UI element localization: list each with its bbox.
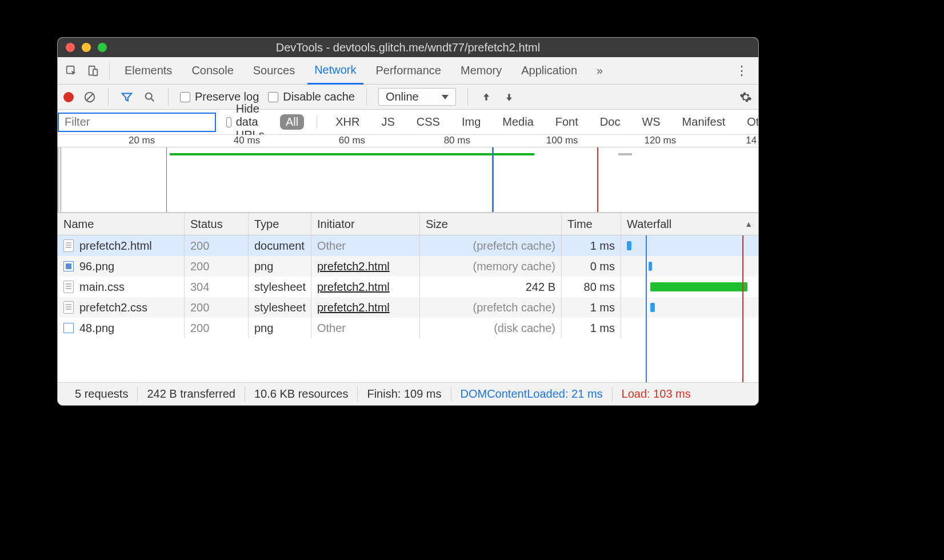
tab-more[interactable]: » bbox=[590, 57, 610, 85]
cell-waterfall bbox=[621, 318, 758, 338]
preserve-log-checkbox[interactable]: Preserve log bbox=[180, 90, 259, 103]
filter-type-js[interactable]: JS bbox=[375, 114, 400, 130]
cell-name: main.css bbox=[58, 277, 185, 297]
cell-type: document bbox=[249, 235, 311, 256]
status-bar: 5 requests 242 B transferred 10.6 KB res… bbox=[58, 382, 758, 405]
filter-type-ws[interactable]: WS bbox=[636, 114, 666, 130]
tick-label: 40 ms bbox=[234, 135, 260, 146]
record-button[interactable] bbox=[63, 92, 74, 102]
tab-network[interactable]: Network bbox=[307, 57, 363, 85]
separator bbox=[109, 62, 110, 79]
window-title: DevTools - devtools.glitch.me/wndt77/pre… bbox=[58, 41, 758, 54]
cell-initiator[interactable]: prefetch2.html bbox=[311, 277, 420, 297]
tab-sources[interactable]: Sources bbox=[246, 57, 302, 85]
waterfall-bar bbox=[627, 241, 631, 250]
dcl-line bbox=[646, 235, 647, 384]
cell-status: 200 bbox=[185, 297, 249, 318]
cell-time: 1 ms bbox=[562, 297, 621, 318]
maximize-window-button[interactable] bbox=[98, 43, 107, 52]
image-icon bbox=[63, 323, 74, 333]
cell-waterfall bbox=[621, 235, 758, 256]
type-filters: All XHR JS CSS Img Media Font Doc WS Man… bbox=[280, 114, 759, 130]
cell-time: 1 ms bbox=[562, 318, 621, 338]
column-time[interactable]: Time bbox=[562, 213, 621, 235]
load-line bbox=[742, 235, 743, 384]
throttling-select[interactable]: Online bbox=[378, 88, 456, 106]
table-row[interactable]: main.css304stylesheetprefetch2.html242 B… bbox=[58, 277, 758, 297]
table-row[interactable]: 48.png200pngOther(disk cache)1 ms bbox=[58, 318, 758, 338]
devtools-window: DevTools - devtools.glitch.me/wndt77/pre… bbox=[57, 37, 759, 406]
column-status[interactable]: Status bbox=[185, 213, 249, 235]
tick-label: 60 ms bbox=[339, 135, 365, 146]
cell-type: png bbox=[249, 318, 311, 338]
cell-time: 0 ms bbox=[562, 256, 621, 277]
filter-type-img[interactable]: Img bbox=[456, 114, 486, 130]
search-icon[interactable] bbox=[143, 90, 157, 104]
cell-initiator[interactable]: prefetch2.html bbox=[311, 256, 420, 277]
table-row[interactable]: 96.png200pngprefetch2.html(memory cache)… bbox=[58, 256, 758, 277]
tick-label: 100 ms bbox=[546, 135, 578, 146]
column-size[interactable]: Size bbox=[420, 213, 562, 235]
waterfall-bar bbox=[650, 282, 747, 291]
status-transferred: 242 B transferred bbox=[138, 387, 245, 401]
device-toolbar-icon[interactable] bbox=[85, 63, 101, 79]
cell-name: prefetch2.html bbox=[58, 235, 185, 256]
waterfall-bar bbox=[649, 262, 652, 271]
filter-type-doc[interactable]: Doc bbox=[594, 114, 626, 130]
overview-handle-left[interactable] bbox=[58, 147, 61, 212]
tab-elements[interactable]: Elements bbox=[118, 57, 179, 85]
filter-type-font[interactable]: Font bbox=[550, 114, 584, 130]
tab-console[interactable]: Console bbox=[185, 57, 240, 85]
column-waterfall[interactable]: Waterfall ▲ bbox=[621, 213, 758, 235]
column-initiator[interactable]: Initiator bbox=[311, 213, 420, 235]
overview-marker bbox=[492, 147, 494, 212]
file-icon bbox=[63, 301, 74, 314]
tick-label: 80 ms bbox=[444, 135, 470, 146]
request-table-header: Name Status Type Initiator Size Time Wat… bbox=[58, 213, 758, 235]
close-window-button[interactable] bbox=[66, 43, 75, 52]
tab-memory[interactable]: Memory bbox=[454, 57, 509, 85]
filter-input[interactable] bbox=[58, 113, 216, 132]
cell-size: (prefetch cache) bbox=[420, 235, 562, 256]
filter-type-all[interactable]: All bbox=[280, 114, 304, 130]
network-toolbar: Preserve log Disable cache Online bbox=[58, 85, 758, 110]
cell-type: png bbox=[249, 256, 311, 277]
table-row[interactable]: prefetch2.css200stylesheetprefetch2.html… bbox=[58, 297, 758, 318]
disable-cache-checkbox[interactable]: Disable cache bbox=[268, 90, 355, 103]
filter-type-media[interactable]: Media bbox=[497, 114, 539, 130]
overview-dcl-marker bbox=[166, 147, 167, 212]
table-row[interactable]: prefetch2.html200documentOther(prefetch … bbox=[58, 235, 758, 256]
traffic-lights bbox=[58, 43, 107, 52]
download-har-icon[interactable] bbox=[502, 90, 516, 104]
inspect-element-icon[interactable] bbox=[63, 63, 79, 79]
cell-initiator: Other bbox=[311, 235, 420, 256]
cell-status: 304 bbox=[185, 277, 249, 297]
filter-type-other[interactable]: Other bbox=[741, 114, 759, 130]
upload-har-icon[interactable] bbox=[479, 90, 493, 104]
status-finish: Finish: 109 ms bbox=[358, 387, 450, 401]
cell-size: 242 B bbox=[420, 277, 562, 297]
filter-type-manifest[interactable]: Manifest bbox=[677, 114, 731, 130]
filter-type-xhr[interactable]: XHR bbox=[330, 114, 365, 130]
clear-icon[interactable] bbox=[83, 90, 97, 104]
cell-waterfall bbox=[621, 256, 758, 277]
cell-status: 200 bbox=[185, 235, 249, 256]
filter-type-css[interactable]: CSS bbox=[411, 114, 446, 130]
filter-bar: Hide data URLs All XHR JS CSS Img Media … bbox=[58, 110, 758, 135]
column-type[interactable]: Type bbox=[249, 213, 311, 235]
column-name[interactable]: Name bbox=[58, 213, 185, 235]
minimize-window-button[interactable] bbox=[82, 43, 91, 52]
waterfall-bar bbox=[650, 303, 655, 312]
panel-tabs: Elements Console Sources Network Perform… bbox=[58, 57, 758, 85]
tab-application[interactable]: Application bbox=[514, 57, 584, 85]
settings-icon[interactable] bbox=[739, 90, 753, 104]
disable-cache-label: Disable cache bbox=[283, 90, 355, 103]
more-options-icon[interactable]: ⋮ bbox=[731, 63, 753, 78]
filter-icon[interactable] bbox=[120, 90, 134, 104]
cell-initiator[interactable]: prefetch2.html bbox=[311, 297, 420, 318]
tab-performance[interactable]: Performance bbox=[369, 57, 449, 85]
status-requests: 5 requests bbox=[66, 387, 137, 401]
file-icon bbox=[63, 239, 74, 252]
waterfall-rulers bbox=[621, 338, 758, 384]
overview-timeline[interactable]: 20 ms 40 ms 60 ms 80 ms 100 ms 120 ms 14 bbox=[58, 135, 758, 213]
